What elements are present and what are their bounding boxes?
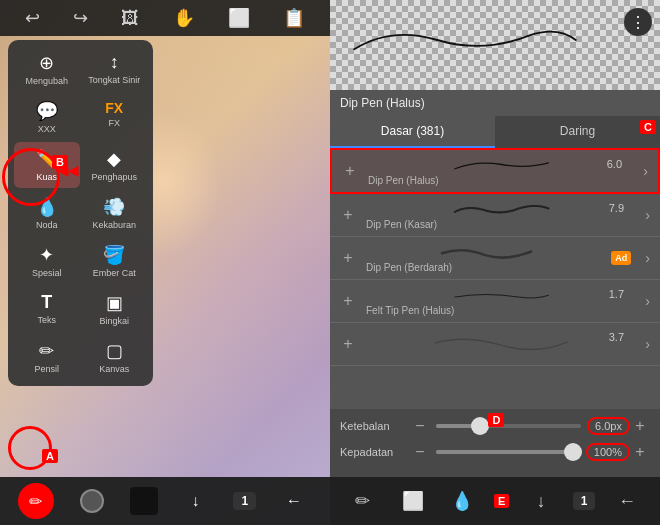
left-download-button[interactable]: ↓ (178, 483, 214, 519)
brush-stroke-preview-5 (366, 329, 637, 359)
tool-bingkai[interactable]: ▣ Bingkai (82, 286, 148, 332)
brush-name-2: Dip Pen (Kasar) (366, 219, 437, 230)
brush-stroke-preview-3: Dip Pen (Berdarah) (366, 243, 611, 273)
more-icon: ⋮ (630, 13, 646, 32)
tongkat-sinir-icon: ↕ (110, 52, 119, 73)
kekaburan-icon: 💨 (103, 196, 125, 218)
density-thumb[interactable] (564, 443, 582, 461)
noda-icon: 💧 (36, 196, 58, 218)
tool-tongkat-sinir[interactable]: ↕ Tongkat Sinir (82, 46, 148, 92)
right-bottom-toolbar: ✏ ⬜ 💧 E ↓ 1 ← (330, 477, 660, 525)
left-back-icon: ← (286, 492, 302, 510)
brush-ad-badge: Ad (611, 251, 631, 265)
tool-kekaburan-label: Kekaburan (92, 220, 136, 230)
brush-name-1: Dip Pen (Halus) (368, 175, 439, 186)
brush-plus-icon-3: + (340, 249, 356, 267)
tool-kuas-label: Kuas (36, 172, 57, 182)
mengubah-icon: ⊕ (39, 52, 54, 74)
sliders-section: D Ketebalan − 6.0px + Kepadatan − 100% + (330, 409, 660, 477)
color-swatch[interactable] (130, 487, 158, 515)
tool-noda[interactable]: 💧 Noda (14, 190, 80, 236)
chat-icon: 💬 (36, 100, 58, 122)
right-download-button[interactable]: ↓ (523, 483, 559, 519)
right-brush-button[interactable]: ✏ (345, 483, 381, 519)
brush-arrow-5: › (645, 336, 650, 352)
tool-teks[interactable]: T Teks (14, 286, 80, 332)
more-options-button[interactable]: ⋮ (624, 8, 652, 36)
brush-arrow-2: › (645, 207, 650, 223)
undo-button[interactable]: ↩ (21, 3, 44, 33)
right-eraser-button[interactable]: ⬜ (395, 483, 431, 519)
tool-spesial[interactable]: ✦ Spesial (14, 238, 80, 284)
thickness-plus-button[interactable]: + (630, 417, 650, 435)
tool-penghapus[interactable]: ◆ Penghapus (82, 142, 148, 188)
brush-item-5[interactable]: + 3.7 › (330, 323, 660, 366)
brush-item-dip-pen-berdarah[interactable]: + Dip Pen (Berdarah) Ad › (330, 237, 660, 280)
brush-arrow-1: › (643, 163, 648, 179)
kanvas-icon: ▢ (106, 340, 123, 362)
right-smudge-button[interactable]: 💧 (444, 483, 480, 519)
right-back-button[interactable]: ← (609, 483, 645, 519)
brush-name-4: Felt Tip Pen (Halus) (366, 305, 454, 316)
brush-stroke-preview-4: Felt Tip Pen (Halus) (366, 286, 637, 316)
tool-noda-label: Noda (36, 220, 58, 230)
thickness-minus-button[interactable]: − (410, 417, 430, 435)
density-plus-button[interactable]: + (630, 443, 650, 461)
brush-size-5: 3.7 (609, 331, 624, 343)
tool-tongkat-sinir-label: Tongkat Sinir (88, 75, 140, 85)
thickness-label: Ketebalan (340, 420, 410, 432)
left-bottom-toolbar: ✏ ↓ 1 ← (0, 477, 330, 525)
top-toolbar: ↩ ↪ 🖼 ✋ ⬜ 📋 (0, 0, 330, 36)
brush-stroke-preview-1: Dip Pen (Halus) (368, 156, 635, 186)
thickness-value: 6.0px (587, 417, 630, 435)
right-eraser-icon: ⬜ (402, 490, 424, 512)
brush-name-3: Dip Pen (Berdarah) (366, 262, 452, 273)
brush-size-1: 6.0 (607, 158, 622, 170)
tab-daring[interactable]: Daring (495, 116, 660, 148)
tabs-row: Dasar (381) Daring C (330, 116, 660, 148)
photo-button-1[interactable]: 🖼 (117, 4, 143, 33)
tab-dasar[interactable]: Dasar (381) (330, 116, 495, 148)
tool-mengubah[interactable]: ⊕ Mengubah (14, 46, 80, 92)
tool-ember-cat[interactable]: 🪣 Ember Cat (82, 238, 148, 284)
density-minus-button[interactable]: − (410, 443, 430, 461)
brush-size-4: 1.7 (609, 288, 624, 300)
arrow-b: ◀◀ (58, 163, 78, 178)
thickness-track[interactable] (436, 424, 581, 428)
tool-penghapus-label: Penghapus (91, 172, 137, 182)
density-track[interactable] (436, 450, 580, 454)
brush-preview-area: ⋮ (330, 0, 660, 90)
label-d: D (488, 413, 504, 427)
tool-pensil-label: Pensil (34, 364, 59, 374)
brush-item-dip-pen-kasar[interactable]: + Dip Pen (Kasar) 7.9 › (330, 194, 660, 237)
photo-button-2[interactable]: 📋 (279, 3, 309, 33)
right-smudge-icon: 💧 (451, 490, 473, 512)
brush-item-felt-tip[interactable]: + Felt Tip Pen (Halus) 1.7 › (330, 280, 660, 323)
left-layer-counter[interactable]: 1 (233, 492, 256, 510)
spesial-icon: ✦ (39, 244, 54, 266)
redo-button[interactable]: ↪ (69, 3, 92, 33)
tool-kekaburan[interactable]: 💨 Kekaburan (82, 190, 148, 236)
density-value: 100% (586, 443, 630, 461)
thickness-thumb[interactable] (471, 417, 489, 435)
label-e: E (494, 494, 509, 508)
tool-chat[interactable]: 💬 XXX (14, 94, 80, 140)
tool-fx[interactable]: FX FX (82, 94, 148, 140)
left-brush-button[interactable]: ✏ (18, 483, 54, 519)
tool-overlay: ⊕ Mengubah ↕ Tongkat Sinir 💬 XXX FX FX ✏… (8, 40, 153, 386)
tool-kanvas[interactable]: ▢ Kanvas (82, 334, 148, 380)
tool-pensil[interactable]: ✏ Pensil (14, 334, 80, 380)
hand-button[interactable]: ✋ (169, 3, 199, 33)
tool-spesial-label: Spesial (32, 268, 62, 278)
density-fill (436, 450, 573, 454)
brush-plus-icon-2: + (340, 206, 356, 224)
left-back-button[interactable]: ← (276, 483, 312, 519)
eraser-top-button[interactable]: ⬜ (224, 3, 254, 33)
density-label: Kepadatan (340, 446, 410, 458)
brush-item-dip-pen-halus[interactable]: + Dip Pen (Halus) 6.0 › (330, 148, 660, 194)
tool-fx-label: FX (108, 118, 120, 128)
right-layer-counter[interactable]: 1 (573, 492, 596, 510)
brush-list: + Dip Pen (Halus) 6.0 › + Dip Pen (Kasar… (330, 148, 660, 409)
left-stamp-button[interactable] (74, 483, 110, 519)
ember-cat-icon: 🪣 (103, 244, 125, 266)
